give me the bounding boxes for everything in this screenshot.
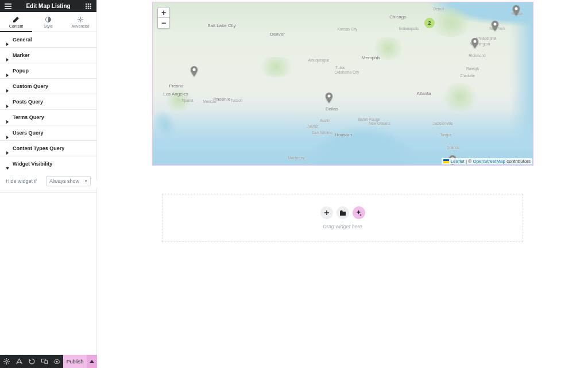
zoom-in-button[interactable]: +	[158, 7, 169, 18]
city-label: Atlanta	[417, 91, 431, 96]
chevron-right-icon	[6, 147, 9, 150]
svg-point-14	[5, 361, 7, 362]
zoom-out-button[interactable]: −	[158, 18, 169, 28]
city-label: Austin	[320, 118, 330, 122]
section-posts-query[interactable]: Posts Query	[0, 94, 96, 109]
city-label: Memphis	[362, 55, 380, 60]
section-content-types-query-label: Content Types Query	[13, 145, 64, 151]
section-popup[interactable]: Popup	[0, 63, 96, 78]
section-custom-query[interactable]: Custom Query	[0, 79, 96, 94]
chevron-right-icon	[6, 131, 9, 135]
tab-content[interactable]: Content	[0, 12, 32, 32]
section-terms-query-label: Terms Query	[13, 114, 44, 120]
svg-point-17	[56, 361, 58, 362]
svg-rect-8	[90, 5, 92, 7]
city-label: Jacksonville	[432, 121, 452, 125]
leaflet-link[interactable]: Leaflet	[451, 159, 465, 164]
city-label: Albuquerque	[308, 58, 330, 62]
sidebar-header: Edit Map Listing	[0, 0, 96, 12]
template-button[interactable]	[336, 206, 349, 219]
chevron-right-icon	[6, 69, 9, 72]
sections: General Marker Popup Custom Query Posts …	[0, 32, 96, 193]
osm-link[interactable]: OpenStreetMap	[473, 159, 505, 164]
section-users-query[interactable]: Users Query	[0, 125, 96, 140]
svg-rect-1	[5, 6, 11, 7]
city-label: Kansas City	[338, 27, 358, 31]
city-label: Indianapolis	[399, 26, 419, 30]
section-terms-query[interactable]: Terms Query	[0, 110, 96, 125]
hide-widget-label: Hide widget if	[6, 178, 37, 184]
map-marker[interactable]	[190, 66, 198, 76]
ai-button[interactable]	[353, 206, 365, 219]
tab-advanced[interactable]: Advanced	[64, 12, 96, 32]
city-label: Salt Lake City	[207, 23, 235, 28]
city-label: Oklahoma City	[335, 70, 359, 74]
svg-point-19	[328, 95, 331, 98]
section-widget-visibility-body: Hide widget if Always show ▾	[0, 171, 96, 192]
canvas: FresnoSalt Lake CityDenverAlbuquerquePho…	[97, 0, 588, 368]
city-label: Tucson	[230, 98, 242, 102]
map-marker[interactable]	[512, 5, 520, 16]
map-marker[interactable]	[491, 21, 499, 31]
chevron-right-icon	[6, 53, 9, 57]
responsive-icon[interactable]	[38, 355, 51, 368]
section-general-label: General	[13, 37, 32, 43]
map-marker[interactable]	[325, 93, 333, 103]
svg-rect-4	[88, 3, 90, 5]
city-label: Orlando	[446, 145, 459, 150]
chevron-right-icon	[6, 38, 9, 41]
sidebar: Edit Map Listing Content Style Advanced …	[0, 0, 97, 368]
svg-point-18	[193, 68, 196, 71]
city-label: Charlotte	[460, 74, 475, 78]
preview-icon[interactable]	[51, 355, 63, 368]
menu-icon[interactable]	[3, 2, 13, 11]
svg-rect-3	[86, 3, 87, 5]
map-attribution: Leaflet | © OpenStreetMap contributors	[442, 158, 532, 164]
city-label: Philadelphia	[476, 36, 496, 40]
map-widget[interactable]: FresnoSalt Lake CityDenverAlbuquerquePho…	[152, 2, 533, 166]
chevron-right-icon	[6, 116, 9, 119]
svg-point-22	[515, 7, 518, 10]
map-cluster[interactable]: 2	[424, 18, 435, 28]
svg-point-13	[80, 18, 82, 20]
svg-rect-9	[86, 7, 87, 9]
hide-widget-select[interactable]: Always show ▾	[46, 176, 91, 186]
cluster-count: 2	[428, 20, 431, 26]
city-label: Los Angeles	[163, 91, 188, 97]
pencil-icon	[13, 16, 20, 23]
city-label: Monterrey	[288, 156, 304, 160]
hide-widget-value: Always show	[49, 178, 79, 184]
section-marker[interactable]: Marker	[0, 48, 96, 63]
chevron-down-icon	[6, 162, 9, 166]
section-widget-visibility[interactable]: Widget Visibility	[0, 156, 96, 171]
widgets-grid-icon[interactable]	[84, 2, 93, 11]
section-general[interactable]: General	[0, 32, 96, 47]
tab-advanced-label: Advanced	[71, 24, 89, 28]
history-icon[interactable]	[25, 355, 38, 368]
section-posts-query-label: Posts Query	[13, 99, 43, 105]
section-widget-visibility-label: Widget Visibility	[13, 161, 52, 167]
map-zoom-controls: + −	[157, 7, 170, 29]
svg-rect-10	[88, 7, 90, 9]
publish-button[interactable]: Publish	[63, 355, 87, 368]
svg-rect-2	[5, 8, 11, 9]
widget-dropzone[interactable]: Drag widget here	[162, 194, 523, 242]
tab-style[interactable]: Style	[32, 12, 64, 32]
city-label: Denver	[270, 32, 285, 37]
section-popup-label: Popup	[13, 68, 29, 74]
contrast-icon	[45, 16, 52, 23]
city-label: Juárez	[307, 124, 318, 128]
city-label: New Orleans	[369, 121, 390, 125]
city-label: Chicago	[389, 14, 406, 20]
chevron-right-icon	[6, 85, 9, 88]
publish-options-button[interactable]	[87, 355, 97, 368]
city-label: Fresno	[169, 83, 184, 89]
city-label: Baton Rouge	[358, 117, 380, 121]
section-content-types-query[interactable]: Content Types Query	[0, 141, 96, 156]
add-widget-button[interactable]	[320, 206, 333, 219]
map-marker[interactable]	[471, 38, 479, 48]
section-custom-query-label: Custom Query	[13, 83, 48, 89]
tab-style-label: Style	[44, 24, 53, 28]
settings-icon[interactable]	[0, 355, 13, 368]
navigator-icon[interactable]	[13, 355, 25, 368]
